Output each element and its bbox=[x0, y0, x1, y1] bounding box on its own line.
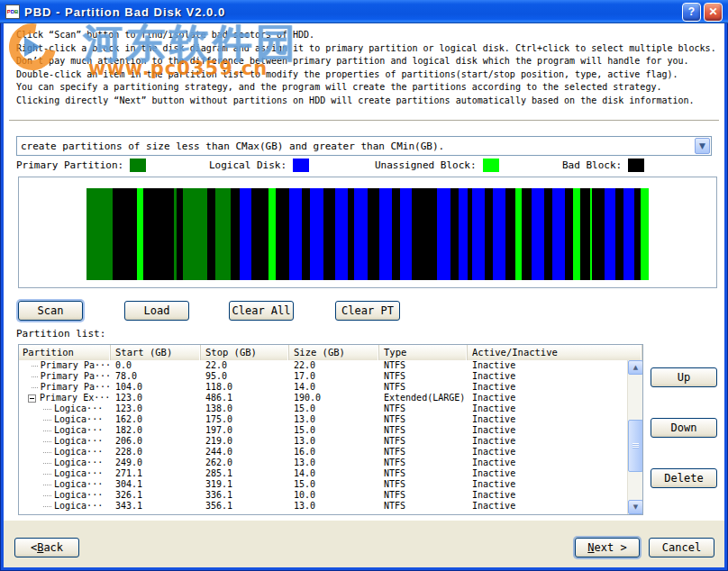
cell-size: 13.0 bbox=[289, 458, 379, 468]
back-button[interactable]: < Back bbox=[14, 538, 79, 557]
cell-stop: 244.0 bbox=[201, 447, 289, 458]
help-button[interactable]: ? bbox=[682, 3, 701, 22]
clear-pt-button[interactable]: Clear PT bbox=[335, 301, 400, 321]
logical-block[interactable] bbox=[437, 188, 450, 280]
primary-block[interactable] bbox=[86, 188, 113, 280]
table-row[interactable]: Logica···228.0244.016.0NTFSInactive bbox=[19, 447, 627, 458]
cell-start: 228.0 bbox=[111, 447, 201, 458]
cell-type: NTFS bbox=[379, 458, 468, 468]
logical-block[interactable] bbox=[400, 188, 412, 280]
cell-state: Inactive bbox=[468, 458, 627, 468]
unassigned-block[interactable] bbox=[268, 188, 276, 280]
primary-block[interactable] bbox=[183, 188, 207, 280]
table-row[interactable]: Logica···304.1319.115.0NTFSInactive bbox=[19, 479, 627, 490]
cell-size: 15.0 bbox=[289, 479, 379, 490]
table-row[interactable]: Logica···343.1356.113.0NTFSInactive bbox=[19, 501, 627, 512]
logical-block[interactable] bbox=[493, 188, 506, 280]
primary-block[interactable] bbox=[215, 188, 231, 280]
cancel-button[interactable]: Cancel bbox=[649, 538, 714, 557]
unassigned-block[interactable] bbox=[641, 188, 649, 280]
table-row[interactable]: Logica···182.0197.015.0NTFSInactive bbox=[19, 425, 627, 436]
cell-size: 16.0 bbox=[289, 447, 379, 458]
column-header-start[interactable]: Start (GB) bbox=[111, 345, 201, 360]
logical-block[interactable] bbox=[354, 188, 368, 280]
scan-button[interactable]: Scan bbox=[18, 301, 83, 321]
unassigned-block[interactable] bbox=[573, 188, 580, 280]
logical-block[interactable] bbox=[289, 188, 303, 280]
cell-state: Inactive bbox=[468, 479, 627, 490]
logical-disk-swatch bbox=[293, 159, 309, 172]
column-header-partition[interactable]: Partition bbox=[19, 345, 111, 360]
cell-size: 22.0 bbox=[289, 360, 379, 371]
cell-start: 343.1 bbox=[111, 501, 201, 512]
next-button[interactable]: Next > bbox=[575, 538, 640, 557]
scrollbar-down-icon[interactable]: ▼ bbox=[628, 500, 643, 514]
tree-branch-icon bbox=[43, 420, 51, 421]
unassigned-block[interactable] bbox=[137, 188, 143, 280]
unassigned-block[interactable] bbox=[515, 188, 522, 280]
cell-stop: 285.1 bbox=[201, 468, 289, 479]
logical-block[interactable] bbox=[240, 188, 251, 280]
partition-name: Logica··· bbox=[54, 436, 103, 447]
legend-bad-block: Bad Block: bbox=[562, 158, 644, 173]
cell-size: 15.0 bbox=[289, 403, 379, 414]
tree-branch-icon bbox=[43, 463, 51, 464]
logical-block[interactable] bbox=[310, 188, 323, 280]
table-row[interactable]: Logica···249.0262.013.0NTFSInactive bbox=[19, 458, 627, 468]
table-row[interactable]: Logica···206.0219.013.0NTFSInactive bbox=[19, 436, 627, 447]
load-button[interactable]: Load bbox=[124, 301, 189, 321]
collapse-icon[interactable] bbox=[28, 394, 36, 403]
strategy-dropdown[interactable]: create partitions of size less than CMax… bbox=[16, 136, 712, 156]
vertical-scrollbar[interactable]: ▲ ▼ bbox=[627, 360, 642, 514]
instructions-text: Click “Scan” button to find/isolate bad … bbox=[16, 29, 721, 108]
tree-branch-icon bbox=[43, 506, 51, 507]
cell-start: 271.1 bbox=[111, 468, 201, 479]
column-header-type[interactable]: Type bbox=[379, 345, 468, 360]
table-row[interactable]: Primary Pa···78.095.017.0NTFSInactive bbox=[19, 371, 627, 382]
partition-name: Primary Ex··· bbox=[40, 393, 110, 403]
column-header-active[interactable]: Active/Inactive bbox=[468, 345, 642, 360]
up-button[interactable]: Up bbox=[651, 367, 717, 387]
cell-size: 13.0 bbox=[289, 501, 379, 512]
clear-all-button[interactable]: Clear All bbox=[229, 301, 294, 321]
table-row[interactable]: Logica···271.1285.114.0NTFSInactive bbox=[19, 468, 627, 479]
down-button[interactable]: Down bbox=[651, 418, 717, 438]
logical-block[interactable] bbox=[335, 188, 347, 280]
table-row[interactable]: Primary Pa···0.022.022.0NTFSInactive bbox=[19, 360, 627, 371]
scrollbar-thumb[interactable] bbox=[628, 420, 643, 472]
close-button[interactable]: ✕ bbox=[704, 3, 723, 22]
delete-button[interactable]: Delete bbox=[651, 468, 717, 488]
legend-label: Logical Disk: bbox=[209, 159, 287, 171]
section-divider bbox=[9, 120, 719, 122]
window-title: PBD - Partition Bad Disk V2.0.0 bbox=[24, 5, 679, 19]
bad-block bbox=[634, 188, 641, 280]
title-bar[interactable]: PDB PBD - Partition Bad Disk V2.0.0 ? ✕ bbox=[0, 0, 728, 23]
column-header-size[interactable]: Size (GB) bbox=[289, 345, 379, 360]
cell-start: 162.0 bbox=[111, 414, 201, 425]
bad-block bbox=[485, 188, 493, 280]
table-row[interactable]: Logica···123.0138.015.0NTFSInactive bbox=[19, 403, 627, 414]
logical-block[interactable] bbox=[552, 188, 566, 280]
disk-diagram[interactable] bbox=[86, 188, 649, 280]
logical-block[interactable] bbox=[532, 188, 543, 280]
cell-stop: 118.0 bbox=[201, 382, 289, 393]
partition-table: Partition Start (GB) Stop (GB) Size (GB)… bbox=[18, 344, 643, 515]
table-row[interactable]: Primary Pa···104.0118.014.0NTFSInactive bbox=[19, 382, 627, 393]
chevron-down-icon[interactable]: ▼ bbox=[695, 138, 710, 154]
partition-name: Logica··· bbox=[54, 479, 103, 490]
cell-state: Inactive bbox=[468, 360, 627, 371]
table-row[interactable]: Primary Ex···123.0486.1190.0Extended(LAR… bbox=[19, 393, 627, 403]
logical-block[interactable] bbox=[459, 188, 468, 280]
logical-block[interactable] bbox=[605, 188, 615, 280]
table-row[interactable]: Logica···162.0175.013.0NTFSInactive bbox=[19, 414, 627, 425]
logical-block[interactable] bbox=[623, 188, 634, 280]
disk-diagram-panel[interactable] bbox=[18, 177, 717, 288]
logical-block[interactable] bbox=[472, 188, 484, 280]
scrollbar-up-icon[interactable]: ▲ bbox=[628, 360, 643, 375]
cell-state: Inactive bbox=[468, 436, 627, 447]
logical-block[interactable] bbox=[379, 188, 391, 280]
bad-block bbox=[592, 188, 604, 280]
cell-stop: 175.0 bbox=[201, 414, 289, 425]
column-header-stop[interactable]: Stop (GB) bbox=[201, 345, 289, 360]
table-row[interactable]: Logica···326.1336.110.0NTFSInactive bbox=[19, 490, 627, 501]
